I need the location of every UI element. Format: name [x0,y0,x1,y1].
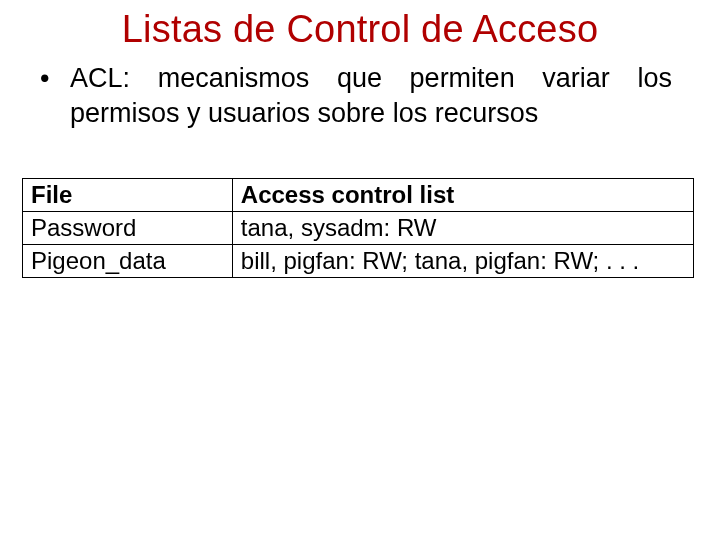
cell-file: Pigeon_data [23,245,233,278]
table-row: Password tana, sysadm: RW [23,212,694,245]
cell-file: Password [23,212,233,245]
cell-acl: bill, pigfan: RW; tana, pigfan: RW; . . … [232,245,693,278]
acl-table: File Access control list Password tana, … [22,178,694,278]
bullet-item: • ACL: mecanismos que permiten variar lo… [40,61,672,130]
table-row: Pigeon_data bill, pigfan: RW; tana, pigf… [23,245,694,278]
slide-title: Listas de Control de Acceso [0,0,720,61]
cell-acl: tana, sysadm: RW [232,212,693,245]
table-header-row: File Access control list [23,179,694,212]
bullet-text: ACL: mecanismos que permiten variar los … [70,61,672,130]
col-header-acl: Access control list [232,179,693,212]
bullet-list: • ACL: mecanismos que permiten variar lo… [0,61,720,130]
bullet-marker: • [40,61,70,130]
col-header-file: File [23,179,233,212]
